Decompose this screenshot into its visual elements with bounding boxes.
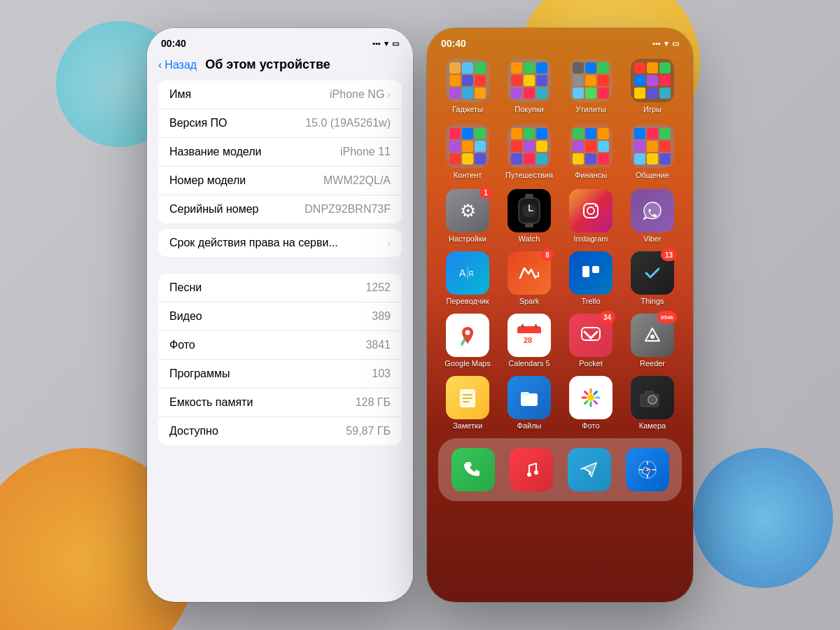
chevron-left-icon: ‹ — [158, 59, 162, 71]
instagram-label: Instagram — [574, 234, 608, 243]
back-button[interactable]: ‹ Назад — [158, 59, 197, 71]
calendars-label: Calendars 5 — [508, 359, 550, 368]
folder-games[interactable]: Игры — [623, 55, 682, 118]
app-calendars[interactable]: 28 Calendars 5 — [500, 311, 559, 370]
app-spark[interactable]: 8 Spark — [500, 248, 559, 308]
apps-row-2: A Я Переводчик — [438, 248, 682, 308]
app-reeder[interactable]: 8546 Reeder — [623, 311, 682, 370]
watch-icon — [507, 189, 551, 232]
dock-music[interactable] — [502, 445, 560, 494]
iphone-home: 00:40 ▪▪▪ ▾ ▭ — [427, 28, 693, 602]
model-number-label: Номер модели — [169, 174, 246, 187]
pocket-label: Pocket — [579, 359, 603, 368]
settings-time: 00:40 — [161, 38, 186, 49]
pocket-badge: 34 — [599, 311, 615, 323]
apps-row-1: ⚙ 1 Настройки — [438, 186, 682, 246]
music-icon — [510, 448, 553, 491]
app-files[interactable]: Файлы — [500, 373, 559, 433]
apps-value: 103 — [372, 368, 391, 380]
instagram-icon — [569, 189, 612, 232]
folder-travel-label: Путешествия — [505, 171, 553, 179]
app-translate[interactable]: A Я Переводчик — [438, 248, 497, 308]
background: 00:40 ▪▪▪ ▾ ▭ ‹ Назад Об этом устройстве… — [0, 0, 840, 630]
camera-icon — [631, 376, 674, 419]
video-value: 389 — [372, 310, 391, 323]
svg-rect-13 — [592, 266, 599, 273]
svg-point-14 — [465, 330, 470, 335]
apps-label: Программы — [169, 368, 230, 380]
svg-point-34 — [534, 470, 538, 475]
dock-telegram[interactable] — [560, 445, 618, 494]
app-pocket[interactable]: 34 Pocket — [561, 311, 620, 370]
notes-label: Заметки — [453, 421, 482, 430]
dock-safari[interactable] — [618, 445, 676, 494]
songs-value: 1252 — [365, 281, 391, 294]
folder-gadgets-label: Гаджеты — [452, 105, 483, 113]
folder-gadgets[interactable]: Гаджеты — [438, 55, 497, 118]
folder-shopping[interactable]: Покупки — [500, 55, 559, 118]
device-info-section: Имя iPhone NG › Версия ПО 15.0 (19A5261w… — [158, 80, 402, 223]
photos-label: Фото — [582, 421, 599, 430]
home-screen: 00:40 ▪▪▪ ▾ ▭ — [427, 28, 693, 602]
folder-travel[interactable]: Путешествия — [500, 120, 559, 183]
media-section: Песни 1252 Видео 389 Фото 3841 Программы… — [158, 274, 402, 445]
svg-rect-1 — [525, 223, 533, 227]
app-settings[interactable]: ⚙ 1 Настройки — [438, 186, 497, 246]
songs-label: Песни — [169, 281, 202, 294]
home-wifi-icon: ▾ — [664, 39, 668, 48]
model-number-value: MWM22QL/A — [323, 174, 391, 187]
apps-row: Программы 103 — [158, 360, 402, 388]
software-label: Версия ПО — [169, 117, 227, 130]
svg-rect-20 — [535, 324, 537, 329]
spark-icon: 8 — [507, 251, 551, 295]
service-row[interactable]: Срок действия права на серви... › — [158, 229, 402, 257]
folder-utilities-label: Утилиты — [575, 105, 606, 113]
video-row: Видео 389 — [158, 302, 402, 331]
svg-rect-29 — [521, 392, 529, 396]
app-watch[interactable]: Watch — [500, 186, 559, 246]
app-viber[interactable]: Viber — [623, 186, 682, 246]
folder-content[interactable]: Контент — [438, 120, 497, 183]
model-name-value: iPhone 11 — [340, 146, 391, 158]
reeder-icon: 8546 — [631, 314, 674, 357]
serial-number-row: Серийный номер DNPZ92BRN73F — [158, 195, 402, 223]
chevron-right-icon: › — [387, 89, 391, 100]
capacity-row: Емкость памяти 128 ГБ — [158, 388, 402, 417]
device-name-row[interactable]: Имя iPhone NG › — [158, 80, 402, 109]
gmaps-label: Google Maps — [444, 359, 490, 368]
calendars-icon: 28 — [507, 314, 551, 357]
folder-games-label: Игры — [643, 105, 662, 113]
service-chevron: › — [387, 237, 391, 248]
app-instagram[interactable]: Instagram — [561, 186, 620, 246]
trello-icon — [569, 251, 612, 295]
notes-icon — [446, 376, 489, 419]
svg-point-33 — [527, 472, 531, 477]
folder-social[interactable]: Общение — [623, 120, 682, 183]
phone-icon — [451, 448, 495, 491]
home-battery-icon: ▭ — [672, 39, 679, 48]
svg-point-23 — [650, 335, 654, 339]
app-gmaps[interactable]: Google Maps — [438, 311, 497, 370]
app-photos[interactable]: Фото — [561, 373, 620, 433]
serial-label: Серийный номер — [169, 203, 258, 216]
viber-label: Viber — [643, 234, 661, 243]
video-label: Видео — [169, 310, 202, 323]
photos-label: Фото — [169, 339, 195, 351]
app-notes[interactable]: Заметки — [438, 373, 497, 433]
dock-phone[interactable] — [444, 445, 502, 494]
files-label: Файлы — [517, 421, 542, 430]
telegram-icon — [568, 448, 611, 491]
model-name-label: Название модели — [169, 146, 261, 158]
device-name-label: Имя — [169, 88, 191, 101]
app-camera[interactable]: Камера — [623, 373, 682, 433]
svg-point-8 — [595, 205, 597, 207]
folder-utilities[interactable]: Утилиты — [561, 55, 620, 118]
folder-finance[interactable]: Финансы — [561, 120, 620, 183]
home-grid: Гаджеты — [427, 55, 693, 433]
app-things[interactable]: 13 Things — [623, 248, 682, 308]
app-trello[interactable]: Trello — [561, 248, 620, 308]
available-row: Доступно 59,87 ГБ — [158, 417, 402, 445]
status-bar-settings: 00:40 ▪▪▪ ▾ ▭ — [147, 28, 413, 55]
home-time: 00:40 — [441, 38, 466, 49]
apps-row-4: Заметки Файлы — [438, 373, 682, 433]
